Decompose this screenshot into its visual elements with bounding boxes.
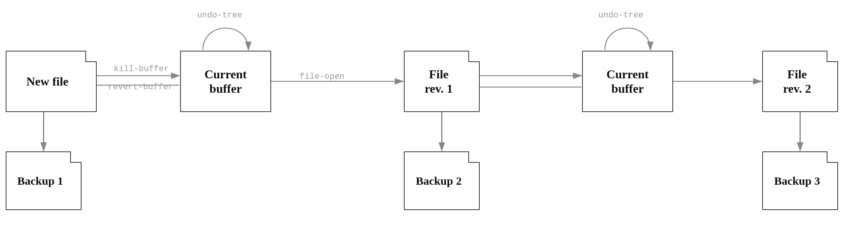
file-rev2-label: Filerev. 2 xyxy=(762,51,838,112)
current-buffer-2-label: Currentbuffer xyxy=(582,51,673,112)
backup-1-label: Backup 1 xyxy=(6,151,82,210)
file-open-label: file-open xyxy=(300,72,345,81)
file-rev1-label: Filerev. 1 xyxy=(404,51,480,112)
undo-tree-1-label: undo-tree xyxy=(197,11,242,20)
backup-2-label: Backup 2 xyxy=(404,151,480,210)
undo-tree-2-label: undo-tree xyxy=(598,11,644,20)
revert-buffer-label: revert-buffer xyxy=(108,83,173,92)
new-file-label: New file xyxy=(6,51,97,112)
current-buffer-1-label: Currentbuffer xyxy=(180,51,271,112)
diagram: New file Currentbuffer Backup 1 Filerev.… xyxy=(0,0,868,229)
backup-3-label: Backup 3 xyxy=(762,151,838,210)
kill-buffer-label: kill-buffer xyxy=(114,64,169,74)
